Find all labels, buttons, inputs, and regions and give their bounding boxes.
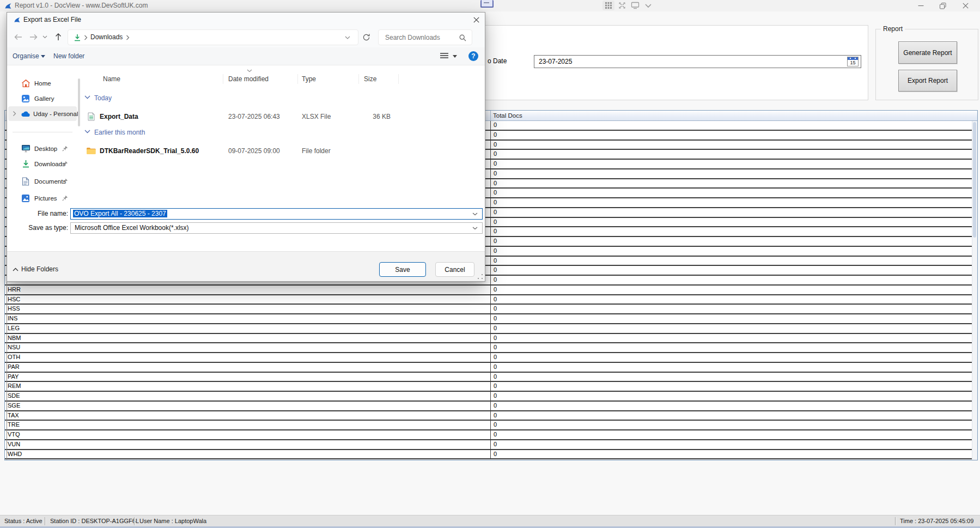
- table-row[interactable]: TAX 0: [5, 411, 977, 421]
- total-docs-column-header[interactable]: Total Docs: [491, 111, 977, 120]
- grid-view-button[interactable]: [602, 1, 614, 10]
- row-code-cell: INS: [5, 314, 491, 323]
- search-box[interactable]: [378, 29, 472, 45]
- table-row[interactable]: REM 0: [5, 382, 977, 392]
- forward-button[interactable]: [27, 31, 40, 44]
- view-list-icon[interactable]: [440, 52, 449, 60]
- back-arrow-icon: [14, 34, 22, 40]
- to-date-field[interactable]: 23-07-2025 15: [534, 55, 861, 68]
- monitor-select-button[interactable]: [629, 1, 641, 10]
- up-button[interactable]: [52, 31, 65, 44]
- sidebar-item-pictures[interactable]: Pictures: [8, 191, 77, 205]
- table-row[interactable]: WHD 0: [5, 450, 977, 460]
- table-row[interactable]: NSU 0: [5, 343, 977, 353]
- column-header-name[interactable]: Name: [103, 72, 120, 86]
- dialog-close-button[interactable]: [467, 13, 485, 27]
- table-row[interactable]: VUN 0: [5, 440, 977, 450]
- to-date-value: 23-07-2025: [539, 56, 572, 68]
- table-scrollbar[interactable]: [972, 121, 977, 460]
- row-total-cell: 0: [491, 295, 977, 304]
- table-row[interactable]: OTH 0: [5, 353, 977, 363]
- date-picker-button[interactable]: 15: [847, 57, 859, 66]
- table-row[interactable]: PAR 0: [5, 363, 977, 373]
- combo-chevron-icon[interactable]: [472, 213, 478, 216]
- report-group-label: Report: [881, 25, 905, 33]
- sidebar-separator: [13, 132, 72, 132]
- new-folder-button[interactable]: New folder: [53, 47, 84, 65]
- group-header-today[interactable]: Today: [94, 94, 112, 102]
- search-input[interactable]: [384, 32, 457, 44]
- file-name-value[interactable]: OVO Export All - 230625 - 2307: [73, 210, 167, 217]
- table-row[interactable]: SGE 0: [5, 402, 977, 411]
- table-row[interactable]: SDE 0: [5, 392, 977, 402]
- column-header-size[interactable]: Size: [364, 72, 376, 86]
- row-total-cell: 0: [491, 402, 977, 410]
- view-caret-icon[interactable]: [453, 55, 457, 58]
- cancel-button[interactable]: Cancel: [435, 262, 474, 277]
- expand-chevron-icon[interactable]: [13, 111, 17, 117]
- save-button[interactable]: Save: [379, 262, 426, 277]
- status-bar: Status : Active Station ID : DESKTOP-A1G…: [0, 515, 980, 527]
- generate-report-button[interactable]: Generate Report: [898, 41, 957, 64]
- sidebar-item-home[interactable]: Home: [8, 76, 77, 90]
- pictures-icon: [21, 194, 30, 203]
- help-button[interactable]: ?: [468, 51, 478, 61]
- sidebar-item-documents[interactable]: Documents: [8, 174, 77, 189]
- window-title: Report v1.0 - DocView - www.DevSoftUK.co…: [15, 0, 148, 11]
- row-total-cell: 0: [491, 141, 977, 149]
- group-header-earlier-this-month[interactable]: Earlier this month: [94, 129, 145, 136]
- collapsed-toolbar-pill[interactable]: [480, 0, 494, 8]
- export-report-button[interactable]: Export Report: [898, 70, 957, 92]
- table-row[interactable]: HSC 0: [5, 295, 977, 305]
- column-header-type[interactable]: Type: [302, 72, 316, 86]
- refresh-button[interactable]: [360, 31, 373, 44]
- resize-session-button[interactable]: [616, 1, 628, 10]
- overlay-menu-button[interactable]: [642, 1, 654, 10]
- sidebar-item-onedrive-personal[interactable]: Uday - Personal: [8, 106, 77, 121]
- file-row-export-data[interactable]: Export_Data 23-07-2025 06:43 XLSX File 3…: [82, 111, 409, 123]
- table-row[interactable]: HSS 0: [5, 305, 977, 314]
- save-as-type-label: Save as type:: [17, 224, 68, 232]
- sidebar-item-gallery[interactable]: Gallery: [8, 91, 77, 106]
- row-total-cell: 0: [491, 343, 977, 352]
- table-row[interactable]: INS 0: [5, 314, 977, 324]
- file-row-dtk-folder[interactable]: DTKBarReaderSDK_Trial_5.0.60 09-07-2025 …: [82, 145, 409, 157]
- save-as-type-combobox[interactable]: Microsoft Office Excel Workbook(*.xlsx): [70, 222, 483, 234]
- table-row[interactable]: LEG 0: [5, 324, 977, 334]
- export-dialog: Export as Excel File: [7, 12, 485, 282]
- column-header-date-modified[interactable]: Date modified: [228, 72, 269, 86]
- table-row[interactable]: TRE 0: [5, 421, 977, 430]
- organise-button[interactable]: Organise: [13, 47, 39, 65]
- sidebar-scrollbar[interactable]: [78, 78, 80, 126]
- address-bar[interactable]: Downloads: [68, 29, 358, 45]
- group-collapse-icon[interactable]: [84, 130, 90, 133]
- table-scrollbar-thumb[interactable]: [973, 122, 976, 238]
- breadcrumb-downloads[interactable]: Downloads: [90, 30, 123, 45]
- restore-button[interactable]: [934, 0, 952, 11]
- sidebar-item-downloads[interactable]: Downloads: [8, 156, 77, 171]
- sort-indicator-icon: [247, 69, 252, 72]
- combo-chevron-icon[interactable]: [472, 227, 478, 230]
- file-name-label: File name:: [22, 210, 68, 217]
- row-total-cell: 0: [491, 121, 977, 130]
- back-button[interactable]: [11, 31, 25, 44]
- pin-icon: [62, 161, 68, 167]
- status-separator: [45, 517, 45, 525]
- table-row[interactable]: PAY 0: [5, 373, 977, 383]
- recent-locations-button[interactable]: [40, 31, 50, 44]
- group-collapse-icon[interactable]: [84, 95, 90, 99]
- pill-handle-icon: [484, 2, 489, 3]
- table-row[interactable]: HRR 0: [5, 286, 977, 295]
- minimize-button[interactable]: [911, 0, 930, 11]
- dialog-logo-icon: [14, 16, 21, 23]
- sidebar-item-desktop[interactable]: Desktop: [8, 141, 77, 156]
- table-row[interactable]: NBM 0: [5, 334, 977, 344]
- close-window-button[interactable]: [956, 0, 975, 11]
- main-titlebar: Report v1.0 - DocView - www.DevSoftUK.co…: [0, 0, 980, 12]
- address-dropdown-icon[interactable]: [345, 36, 350, 40]
- file-name-combobox[interactable]: OVO Export All - 230625 - 2307: [70, 208, 483, 220]
- table-row[interactable]: VTQ 0: [5, 430, 977, 440]
- resize-grip[interactable]: [478, 274, 483, 279]
- search-icon: [459, 34, 466, 41]
- hide-folders-button[interactable]: Hide Folders: [21, 265, 58, 273]
